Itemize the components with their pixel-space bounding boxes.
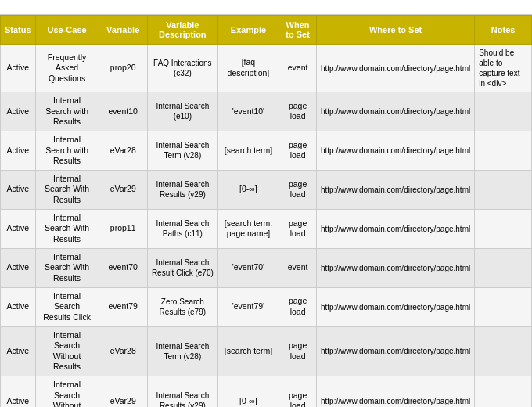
table-row: ActiveInternal Search Results Clickevent… xyxy=(1,287,532,326)
cell-desc: Internal Search (e10) xyxy=(147,92,217,131)
cell-example: [0-∞] xyxy=(217,376,279,407)
cell-status: Active xyxy=(1,248,36,287)
cell-when: page load xyxy=(279,326,317,376)
cell-desc: Internal Search Result Click (e70) xyxy=(147,248,217,287)
cell-where: http://www.domain.com/directory/page.htm… xyxy=(317,92,475,131)
column-header-variable-description: Variable Description xyxy=(147,16,217,45)
column-header-variable: Variable xyxy=(99,16,147,45)
cell-variable: prop11 xyxy=(99,209,147,248)
cell-desc: Internal Search Term (v28) xyxy=(147,326,217,376)
cell-where: http://www.domain.com/directory/page.htm… xyxy=(317,326,475,376)
cell-variable: eVar28 xyxy=(99,326,147,376)
tagging-plan-table: StatusUse-CaseVariableVariable Descripti… xyxy=(0,15,532,407)
column-header-where-to-set: Where to Set xyxy=(317,16,475,45)
cell-example: 'event79' xyxy=(217,287,279,326)
cell-notes xyxy=(475,248,532,287)
column-header-notes: Notes xyxy=(475,16,532,45)
table-row: ActiveInternal Search With Resultsprop11… xyxy=(1,209,532,248)
cell-desc: Zero Search Results (e79) xyxy=(147,287,217,326)
cell-when: page load xyxy=(279,376,317,407)
cell-where: http://www.domain.com/directory/page.htm… xyxy=(317,376,475,407)
cell-desc: FAQ Interactions (c32) xyxy=(147,45,217,92)
cell-status: Active xyxy=(1,92,36,131)
cell-usecase: Internal Search Without Results xyxy=(35,376,99,407)
cell-status: Active xyxy=(1,376,36,407)
cell-where: http://www.domain.com/directory/page.htm… xyxy=(317,131,475,170)
cell-when: page load xyxy=(279,92,317,131)
cell-example: 'event10' xyxy=(217,92,279,131)
table-header-row: StatusUse-CaseVariableVariable Descripti… xyxy=(1,16,532,45)
cell-example: [search term] xyxy=(217,326,279,376)
cell-notes xyxy=(475,131,532,170)
table-row: ActiveInternal Search with Resultsevent1… xyxy=(1,92,532,131)
cell-example: [0-∞] xyxy=(217,170,279,209)
cell-example: [faq description] xyxy=(217,45,279,92)
column-header-when-to-set: When to Set xyxy=(279,16,317,45)
cell-usecase: Internal Search With Results xyxy=(35,170,99,209)
cell-variable: eVar29 xyxy=(99,170,147,209)
cell-variable: eVar28 xyxy=(99,131,147,170)
table-row: ActiveInternal Search Without ResultseVa… xyxy=(1,326,532,376)
cell-usecase: Internal Search Results Click xyxy=(35,287,99,326)
cell-usecase: Frequently Asked Questions xyxy=(35,45,99,92)
cell-when: event xyxy=(279,248,317,287)
cell-usecase: Internal Search With Results xyxy=(35,248,99,287)
cell-variable: eVar29 xyxy=(99,376,147,407)
cell-where: http://www.domain.com/directory/page.htm… xyxy=(317,287,475,326)
cell-status: Active xyxy=(1,45,36,92)
cell-status: Active xyxy=(1,287,36,326)
cell-example: [search term: page name] xyxy=(217,209,279,248)
cell-desc: Internal Search Results (v29) xyxy=(147,376,217,407)
table-row: ActiveInternal Search with ResultseVar28… xyxy=(1,131,532,170)
cell-when: event xyxy=(279,45,317,92)
cell-example: 'event70' xyxy=(217,248,279,287)
table-row: ActiveInternal Search With ResultseVar29… xyxy=(1,170,532,209)
cell-notes xyxy=(475,209,532,248)
cell-variable: event10 xyxy=(99,92,147,131)
column-header-status: Status xyxy=(1,16,36,45)
cell-where: http://www.domain.com/directory/page.htm… xyxy=(317,248,475,287)
cell-notes xyxy=(475,287,532,326)
cell-desc: Internal Search Term (v28) xyxy=(147,131,217,170)
cell-status: Active xyxy=(1,170,36,209)
cell-when: page load xyxy=(279,209,317,248)
table-row: ActiveFrequently Asked Questionsprop20FA… xyxy=(1,45,532,92)
cell-usecase: Internal Search With Results xyxy=(35,209,99,248)
cell-where: http://www.domain.com/directory/page.htm… xyxy=(317,209,475,248)
cell-when: page load xyxy=(279,170,317,209)
cell-desc: Internal Search Paths (c11) xyxy=(147,209,217,248)
cell-example: [search term] xyxy=(217,131,279,170)
cell-status: Active xyxy=(1,131,36,170)
cell-status: Active xyxy=(1,326,36,376)
cell-where: http://www.domain.com/directory/page.htm… xyxy=(317,170,475,209)
cell-desc: Internal Search Results (v29) xyxy=(147,170,217,209)
column-header-example: Example xyxy=(217,16,279,45)
cell-notes: Should be able to capture text in <div> xyxy=(475,45,532,92)
cell-when: page load xyxy=(279,287,317,326)
cell-usecase: Internal Search Without Results xyxy=(35,326,99,376)
cell-variable: event70 xyxy=(99,248,147,287)
cell-notes xyxy=(475,326,532,376)
cell-where: http://www.domain.com/directory/page.htm… xyxy=(317,45,475,92)
cell-status: Active xyxy=(1,209,36,248)
cell-variable: prop20 xyxy=(99,45,147,92)
column-header-use-case: Use-Case xyxy=(35,16,99,45)
cell-notes xyxy=(475,170,532,209)
cell-usecase: Internal Search with Results xyxy=(35,131,99,170)
cell-when: page load xyxy=(279,131,317,170)
cell-notes xyxy=(475,92,532,131)
cell-notes xyxy=(475,376,532,407)
page-title xyxy=(0,0,532,15)
table-row: ActiveInternal Search With Resultsevent7… xyxy=(1,248,532,287)
table-row: ActiveInternal Search Without ResultseVa… xyxy=(1,376,532,407)
cell-variable: event79 xyxy=(99,287,147,326)
cell-usecase: Internal Search with Results xyxy=(35,92,99,131)
